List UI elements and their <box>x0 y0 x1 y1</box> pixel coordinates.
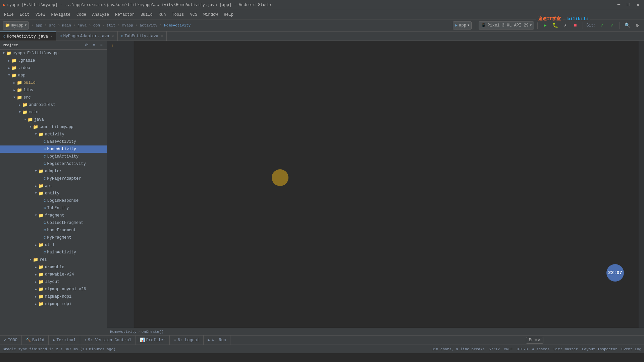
menu-navigate[interactable]: Navigate <box>48 12 73 18</box>
sidebar-gear-icon[interactable]: ⚙ <box>91 42 97 48</box>
tree-item-util-folder[interactable]: ▶ 📁 util <box>0 241 107 249</box>
tree-item-idea[interactable]: ▶ 📁 .idea <box>0 64 107 72</box>
settings-btn[interactable]: ⚙ <box>633 21 641 29</box>
tree-item-mipmap-mdpi[interactable]: ▶ 📁 mipmap-mdpi <box>0 300 107 308</box>
tab-close-1[interactable]: ✕ <box>112 34 114 38</box>
tree-item-activity-folder[interactable]: ▼ 📁 activity <box>0 131 107 138</box>
editor-breadcrumb: HomeActivity › onCreate() <box>107 328 644 335</box>
tab-tabentity[interactable]: C TabEntity.java ✕ <box>118 32 167 41</box>
indent-status[interactable]: 4 spaces <box>532 347 550 351</box>
tree-item-collectfragment[interactable]: ▶ C CollectFragment <box>0 219 107 227</box>
clock-badge[interactable]: 22:07 <box>606 264 624 282</box>
tree-item-layout[interactable]: ▶ 📁 layout <box>0 278 107 286</box>
tree-item-app[interactable]: ▼ 📁 app <box>0 72 107 79</box>
title-text: myapp [E:\ttit\myapp] - ...\app\src\main… <box>7 3 272 7</box>
git-checkmark[interactable]: ✓ <box>598 21 606 29</box>
encoding-status[interactable]: UTF-8 <box>517 347 528 351</box>
tree-item-build[interactable]: ▶ 📁 build <box>0 79 107 86</box>
tree-item-loginactivity[interactable]: ▶ C LoginActivity <box>0 153 107 160</box>
menu-run[interactable]: Run <box>156 12 169 18</box>
tree-item-mypageradapter[interactable]: ▶ C MyPagerAdapter <box>0 175 107 182</box>
menu-file[interactable]: File <box>1 12 16 18</box>
bottom-tab-run[interactable]: ▶ 4: Run <box>204 336 230 345</box>
logcat-icon: ≡ <box>174 338 176 343</box>
tree-item-homefragment[interactable]: ▶ C HomeFragment <box>0 227 107 234</box>
bottom-tab-vcs[interactable]: ↕ 9: Version Control <box>80 336 136 345</box>
main-content: Project ⟳ ⚙ ≡ ▼ 📁 myapp E:\ttit\myapp ▶ … <box>0 41 644 335</box>
tree-item-loginresponse[interactable]: ▶ C LoginResponse <box>0 197 107 204</box>
crlf-status[interactable]: CRLF <box>504 347 513 351</box>
sidebar-filter-icon[interactable]: ≡ <box>98 42 104 48</box>
stop-button[interactable]: ■ <box>571 21 579 29</box>
maximize-btn[interactable]: □ <box>625 2 632 8</box>
menu-view[interactable]: View <box>33 12 48 18</box>
tree-item-mainactivity[interactable]: ▶ C MainActivity <box>0 249 107 256</box>
bottom-tab-todo[interactable]: ✓ TODO <box>0 336 22 345</box>
tab-close-2[interactable]: ✕ <box>161 34 163 38</box>
event-log-status[interactable]: Event Log <box>622 347 641 351</box>
title-bar-left: ▶ myapp [E:\ttit\myapp] - ...\app\src\ma… <box>3 2 273 8</box>
tree-item-main[interactable]: ▼ 📁 main <box>0 109 107 116</box>
run-button[interactable]: ▶ <box>541 21 549 29</box>
app-dropdown[interactable]: ▶ app ▼ <box>453 21 472 29</box>
git-status[interactable]: Git: master <box>553 347 578 351</box>
position-status[interactable]: 57:12 <box>489 347 500 351</box>
device-dropdown[interactable]: 📱 Pixel 3 XL API 29 ▼ <box>479 21 534 29</box>
tree-item-fragment-folder[interactable]: ▼ 📁 fragment <box>0 212 107 219</box>
tree-item-src[interactable]: ▼ 📁 src <box>0 94 107 101</box>
tree-item-api-folder[interactable]: ▶ 📁 api <box>0 182 107 190</box>
editor-area: ↑ HomeActivity › onCreate() <box>107 41 644 335</box>
code-container[interactable]: ↑ <box>107 41 644 328</box>
menu-build[interactable]: Build <box>138 12 155 18</box>
tree-item-drawable-v24[interactable]: ▶ 📁 drawable-v24 <box>0 271 107 278</box>
tree-item-adapter-folder[interactable]: ▼ 📁 adapter <box>0 168 107 175</box>
tree-item-mipmap-hdpi[interactable]: ▶ 📁 mipmap-hdpi <box>0 293 107 300</box>
git-checkmark2[interactable]: ✓ <box>608 21 616 29</box>
tree-item-homeactivity[interactable]: ▶ C HomeActivity <box>0 145 107 153</box>
bottom-tab-logcat[interactable]: ≡ 6: Logcat <box>170 336 204 345</box>
tree-item-libs[interactable]: ▶ 📁 libs <box>0 86 107 94</box>
menu-vcs[interactable]: VCS <box>187 12 200 18</box>
tree-item-androidtest[interactable]: ▶ 📁 androidTest <box>0 101 107 109</box>
bottom-tab-terminal[interactable]: ▶ Terminal <box>49 336 80 345</box>
tree-item-tabentity[interactable]: ▶ C TabEntity <box>0 204 107 212</box>
tree-item-mipmap-anydpi[interactable]: ▶ 📁 mipmap-anydpi-v26 <box>0 286 107 293</box>
tree-item-java[interactable]: ▼ 📁 java <box>0 116 107 123</box>
layout-inspector-status[interactable]: Layout Inspector <box>582 347 618 351</box>
tab-mypageradapter[interactable]: C MyPagerAdapter.java ✕ <box>56 32 117 41</box>
project-dropdown[interactable]: 📁 myapp ▼ <box>3 21 29 29</box>
menu-help[interactable]: Help <box>221 12 236 18</box>
close-btn[interactable]: ✕ <box>635 2 641 8</box>
tab-homeactivity[interactable]: C HomeActivity.java ✕ <box>0 32 56 41</box>
tree-item-baseactivity[interactable]: ▶ C BaseActivity <box>0 138 107 145</box>
terminal-icon: ▶ <box>53 338 55 343</box>
menu-window[interactable]: Window <box>201 12 220 18</box>
tree-item-comttitmyapp[interactable]: ▼ 📁 com.ttit.myapp <box>0 123 107 131</box>
watermark-logo2: bilibili <box>566 16 590 22</box>
bottom-tab-build[interactable]: 🔨 Build <box>22 336 49 345</box>
menu-code[interactable]: Code <box>74 12 89 18</box>
menu-tools[interactable]: Tools <box>169 12 187 18</box>
gradle-status[interactable]: Gradle sync finished in 2 s 367 ms (10 m… <box>3 347 116 351</box>
bottom-tab-profiler[interactable]: 📊 Profiler <box>136 336 170 345</box>
editor-breadcrumb-class: HomeActivity <box>110 330 137 334</box>
code-editor[interactable] <box>134 41 639 328</box>
menu-analyze[interactable]: Analyze <box>90 12 112 18</box>
tree-item-gradle[interactable]: ▶ 📁 .gradle <box>0 57 107 64</box>
tree-item-myapp[interactable]: ▼ 📁 myapp E:\ttit\myapp <box>0 50 107 57</box>
debug-button[interactable]: 🐛 <box>551 21 559 29</box>
tree-item-res-folder[interactable]: ▼ 📁 res <box>0 256 107 263</box>
ime-indicator[interactable]: En ⌨ ⚙ <box>526 337 543 344</box>
chars-status[interactable]: 310 chars, 9 line breaks <box>432 347 485 351</box>
tab-close-0[interactable]: ✕ <box>51 35 53 39</box>
tree-item-entity-folder[interactable]: ▼ 📁 entity <box>0 190 107 197</box>
menu-edit[interactable]: Edit <box>17 12 32 18</box>
menu-refactor[interactable]: Refactor <box>112 12 137 18</box>
profile-button[interactable]: ⚡ <box>561 21 569 29</box>
tree-item-drawable[interactable]: ▶ 📁 drawable <box>0 263 107 271</box>
search-btn[interactable]: 🔍 <box>623 21 631 29</box>
tree-item-myfragment[interactable]: ▶ C MyFragment <box>0 234 107 241</box>
minimize-btn[interactable]: ─ <box>615 2 622 8</box>
tree-item-registeractivity[interactable]: ▶ C RegisterActivity <box>0 160 107 168</box>
sidebar-sync-icon[interactable]: ⟳ <box>84 42 90 48</box>
